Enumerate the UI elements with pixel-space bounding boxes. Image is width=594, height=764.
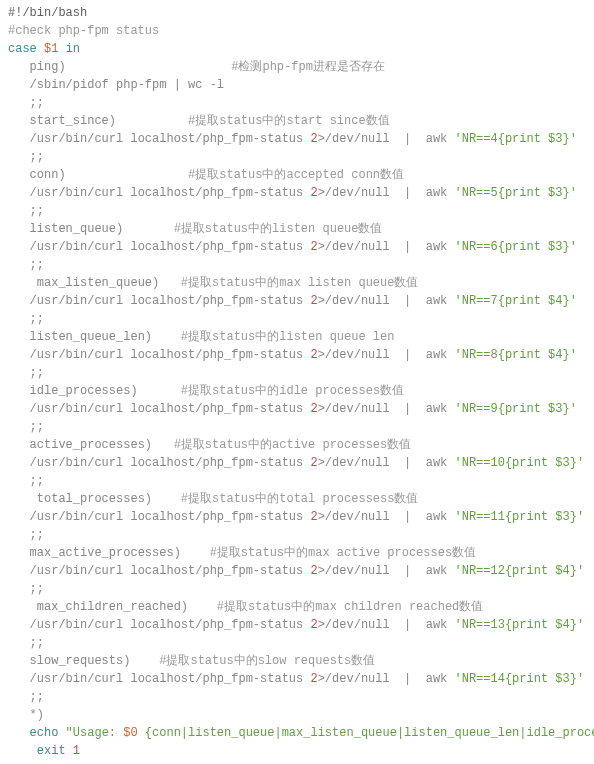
usage-var: $0 xyxy=(123,726,137,740)
active-processes-case: active_processes) xyxy=(30,438,152,452)
curl-line: /usr/bin/curl localhost/php_fpm-status xyxy=(30,132,311,146)
start-since-comment: #提取status中的start since数值 xyxy=(188,114,390,128)
max-listen-queue-comment: #提取status中的max listen queue数值 xyxy=(181,276,419,290)
ping-case: ping) xyxy=(30,60,66,74)
listen-queue-comment: #提取status中的listen queue数值 xyxy=(174,222,383,236)
awk-string: 'NR==4{print $3}' xyxy=(455,132,577,146)
in-keyword: in xyxy=(66,42,80,56)
start-since-case: start_since) xyxy=(30,114,116,128)
conn-comment: #提取status中的accepted conn数值 xyxy=(188,168,404,182)
case-variable: $1 xyxy=(44,42,58,56)
total-processes-case: total_processes) xyxy=(30,492,152,506)
ping-comment: #检测php-fpm进程是否存在 xyxy=(231,60,385,74)
max-active-processes-case: max_active_processes) xyxy=(30,546,181,560)
usage-string-post: {conn|listen_queue|max_listen_queue|list… xyxy=(138,726,594,740)
max-listen-queue-case: max_listen_queue) xyxy=(30,276,160,290)
semicolons: ;; xyxy=(30,96,44,110)
pidof-line: /sbin/pidof php-fpm | wc -l xyxy=(30,78,224,92)
max-children-reached-case: max_children_reached) xyxy=(30,600,188,614)
exit-keyword: exit xyxy=(37,744,66,758)
code-block: #!/bin/bash #check php-fpm status case $… xyxy=(0,0,594,764)
code-pre: #!/bin/bash #check php-fpm status case $… xyxy=(8,4,586,764)
max-children-reached-comment: #提取status中的max children reached数值 xyxy=(217,600,483,614)
idle-processes-case: idle_processes) xyxy=(30,384,138,398)
shebang-line: #!/bin/bash xyxy=(8,6,87,20)
echo-keyword: echo xyxy=(30,726,59,740)
slow-requests-comment: #提取status中的slow requests数值 xyxy=(159,654,375,668)
listen-queue-len-case: listen_queue_len) xyxy=(30,330,152,344)
listen-queue-case: listen_queue) xyxy=(30,222,124,236)
usage-string-pre: "Usage: xyxy=(58,726,123,740)
slow-requests-case: slow_requests) xyxy=(30,654,131,668)
max-active-processes-comment: #提取status中的max active processes数值 xyxy=(210,546,476,560)
active-processes-comment: #提取status中的active processes数值 xyxy=(174,438,412,452)
conn-case: conn) xyxy=(30,168,66,182)
listen-queue-len-comment: #提取status中的listen queue len xyxy=(181,330,395,344)
case-keyword: case xyxy=(8,42,37,56)
comment-line: #check php-fpm status xyxy=(8,24,159,38)
total-processes-comment: #提取status中的total processess数值 xyxy=(181,492,419,506)
default-case: *) xyxy=(30,708,44,722)
exit-code: 1 xyxy=(66,744,80,758)
idle-processes-comment: #提取status中的idle processes数值 xyxy=(181,384,404,398)
